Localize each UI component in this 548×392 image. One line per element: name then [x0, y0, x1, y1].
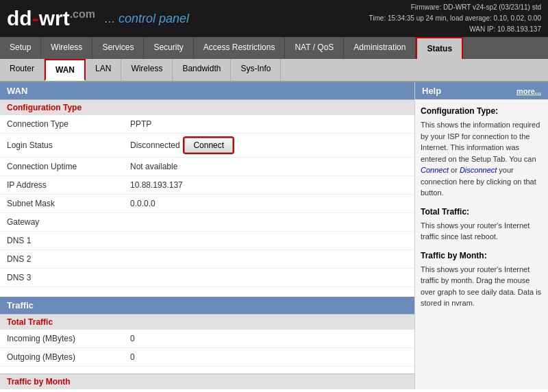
- help-section-month-text: This shows your router's Internet traffi…: [421, 264, 543, 309]
- total-traffic-header: Total Traffic: [0, 314, 414, 330]
- field-label: DNS 1: [0, 232, 123, 250]
- field-label: Incoming (MBytes): [0, 330, 123, 348]
- logo-wrt: wrt: [39, 7, 70, 29]
- logo-area: dd-wrt.com ... control panel: [7, 8, 189, 29]
- wan-title: WAN: [7, 86, 27, 96]
- nav-security[interactable]: Security: [144, 37, 193, 59]
- help-panel: Help more... Configuration Type: This sh…: [414, 82, 548, 389]
- wan-ip-text: WAN IP: 10.88.193.137: [369, 24, 541, 35]
- field-label: DNS 3: [0, 269, 123, 287]
- sub-bandwidth[interactable]: Bandwidth: [173, 59, 231, 81]
- traffic-month-header: Traffic by Month: [0, 373, 414, 389]
- logo: dd-wrt.com: [7, 8, 95, 29]
- field-value: 0: [123, 330, 414, 348]
- header-info: Firmware: DD-WRT v24-sp2 (03/23/11) std …: [369, 2, 541, 35]
- table-row: Connection Type PPTP: [0, 115, 414, 134]
- nav-administration[interactable]: Administration: [344, 37, 416, 59]
- wan-section-header: WAN: [0, 82, 414, 99]
- field-value: PPTP: [123, 115, 414, 134]
- table-row: IP Address 10.88.193.137: [0, 176, 414, 195]
- field-value: [123, 250, 414, 269]
- nav-setup[interactable]: Setup: [0, 37, 41, 59]
- sub-wireless[interactable]: Wireless: [121, 59, 173, 81]
- table-row: Connection Uptime Not available: [0, 158, 414, 176]
- sub-wan[interactable]: WAN: [45, 59, 86, 81]
- sub-lan[interactable]: LAN: [86, 59, 121, 81]
- nav-sub: Router WAN LAN Wireless Bandwidth Sys-In…: [0, 59, 548, 82]
- help-more-link[interactable]: more...: [516, 87, 541, 95]
- nav-nat-qos[interactable]: NAT / QoS: [285, 37, 344, 59]
- help-section-config-text: This shows the information required by y…: [421, 119, 543, 199]
- field-label: Outgoing (MBytes): [0, 348, 123, 367]
- field-value: [123, 232, 414, 250]
- table-row: Incoming (MBytes) 0: [0, 330, 414, 348]
- field-value: 0: [123, 348, 414, 367]
- login-status-value: Disconnected: [130, 140, 180, 150]
- field-value: [123, 213, 414, 232]
- traffic-title: Traffic: [7, 300, 34, 310]
- table-row: Gateway: [0, 213, 414, 232]
- config-type-header: Configuration Type: [0, 99, 414, 115]
- logo-dash: -: [32, 7, 39, 29]
- table-row: Outgoing (MBytes) 0: [0, 348, 414, 367]
- field-value: [123, 269, 414, 287]
- field-value: Disconnected Connect: [123, 134, 414, 158]
- table-row: DNS 3: [0, 269, 414, 287]
- disconnect-link[interactable]: Disconnect: [460, 166, 497, 174]
- traffic-table: Incoming (MBytes) 0 Outgoing (MBytes) 0: [0, 330, 414, 367]
- header: dd-wrt.com ... control panel Firmware: D…: [0, 0, 548, 37]
- time-text: Time: 15:34:35 up 24 min, load average: …: [369, 13, 541, 24]
- field-label: Connection Uptime: [0, 158, 123, 176]
- nav-services[interactable]: Services: [92, 37, 144, 59]
- field-label: Subnet Mask: [0, 195, 123, 213]
- help-section-traffic-text: This shows your router's Internet traffi…: [421, 220, 543, 243]
- logo-dd: dd: [7, 7, 32, 29]
- help-section-config-title: Configuration Type:: [421, 105, 543, 117]
- field-value: 10.88.193.137: [123, 176, 414, 195]
- nav-status[interactable]: Status: [416, 37, 463, 59]
- connect-button[interactable]: Connect: [184, 138, 233, 153]
- nav-top: Setup Wireless Services Security Access …: [0, 37, 548, 59]
- nav-wireless[interactable]: Wireless: [41, 37, 92, 59]
- main-area: WAN Configuration Type Connection Type P…: [0, 82, 548, 389]
- field-value: Not available: [123, 158, 414, 176]
- help-title: Help: [422, 86, 441, 96]
- help-section-month-title: Traffic by Month:: [421, 249, 543, 262]
- table-row: Login Status Disconnected Connect: [0, 134, 414, 158]
- content-panel: WAN Configuration Type Connection Type P…: [0, 82, 414, 389]
- table-row: Subnet Mask 0.0.0.0: [0, 195, 414, 213]
- help-section-traffic-title: Total Traffic:: [421, 206, 543, 218]
- wan-info-table: Connection Type PPTP Login Status Discon…: [0, 115, 414, 287]
- sub-sysinfo[interactable]: Sys-Info: [231, 59, 281, 81]
- firmware-text: Firmware: DD-WRT v24-sp2 (03/23/11) std: [369, 2, 541, 13]
- control-panel-label: ... control panel: [105, 12, 189, 26]
- field-label: IP Address: [0, 176, 123, 195]
- help-content: Configuration Type: This shows the infor…: [415, 99, 548, 315]
- field-value: 0.0.0.0: [123, 195, 414, 213]
- field-label: Login Status: [0, 134, 123, 158]
- table-row: DNS 1: [0, 232, 414, 250]
- help-header: Help more...: [415, 82, 548, 99]
- field-label: Gateway: [0, 213, 123, 232]
- field-label: Connection Type: [0, 115, 123, 134]
- logo-dotcom: .com: [70, 8, 95, 20]
- field-label: DNS 2: [0, 250, 123, 269]
- connect-link[interactable]: Connect: [421, 166, 449, 174]
- traffic-section-header: Traffic: [0, 297, 414, 314]
- sub-router[interactable]: Router: [0, 59, 45, 81]
- nav-access-restrictions[interactable]: Access Restrictions: [194, 37, 286, 59]
- table-row: DNS 2: [0, 250, 414, 269]
